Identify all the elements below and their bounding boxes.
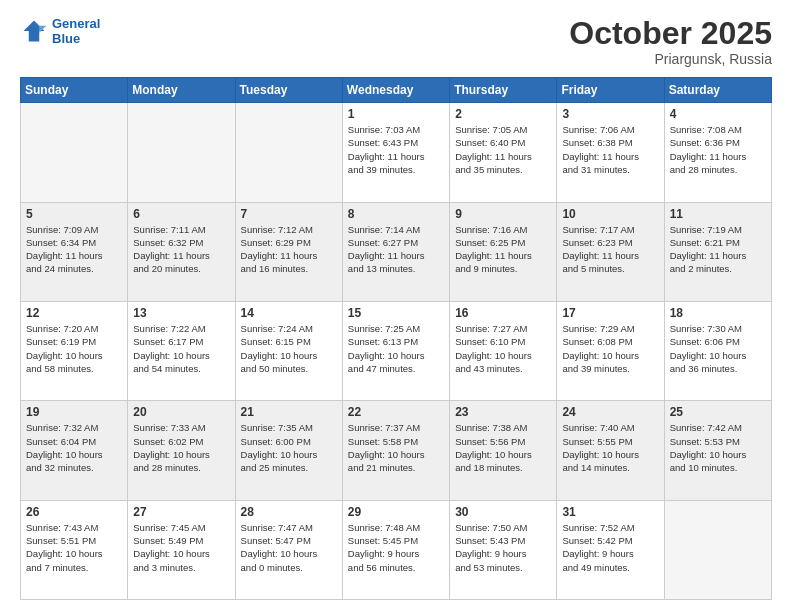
calendar-cell: 22Sunrise: 7:37 AM Sunset: 5:58 PM Dayli… (342, 401, 449, 500)
day-number: 13 (133, 306, 229, 320)
day-number: 23 (455, 405, 551, 419)
weekday-header-monday: Monday (128, 78, 235, 103)
calendar-cell: 1Sunrise: 7:03 AM Sunset: 6:43 PM Daylig… (342, 103, 449, 202)
day-number: 25 (670, 405, 766, 419)
day-info: Sunrise: 7:50 AM Sunset: 5:43 PM Dayligh… (455, 521, 551, 574)
day-info: Sunrise: 7:27 AM Sunset: 6:10 PM Dayligh… (455, 322, 551, 375)
day-info: Sunrise: 7:29 AM Sunset: 6:08 PM Dayligh… (562, 322, 658, 375)
day-number: 20 (133, 405, 229, 419)
calendar-cell: 25Sunrise: 7:42 AM Sunset: 5:53 PM Dayli… (664, 401, 771, 500)
day-number: 30 (455, 505, 551, 519)
calendar-cell: 24Sunrise: 7:40 AM Sunset: 5:55 PM Dayli… (557, 401, 664, 500)
day-info: Sunrise: 7:25 AM Sunset: 6:13 PM Dayligh… (348, 322, 444, 375)
day-info: Sunrise: 7:05 AM Sunset: 6:40 PM Dayligh… (455, 123, 551, 176)
calendar-cell: 20Sunrise: 7:33 AM Sunset: 6:02 PM Dayli… (128, 401, 235, 500)
day-info: Sunrise: 7:11 AM Sunset: 6:32 PM Dayligh… (133, 223, 229, 276)
calendar-cell: 26Sunrise: 7:43 AM Sunset: 5:51 PM Dayli… (21, 500, 128, 599)
day-number: 5 (26, 207, 122, 221)
calendar-cell: 31Sunrise: 7:52 AM Sunset: 5:42 PM Dayli… (557, 500, 664, 599)
day-info: Sunrise: 7:48 AM Sunset: 5:45 PM Dayligh… (348, 521, 444, 574)
svg-marker-1 (39, 26, 46, 33)
calendar-cell: 8Sunrise: 7:14 AM Sunset: 6:27 PM Daylig… (342, 202, 449, 301)
calendar-cell: 13Sunrise: 7:22 AM Sunset: 6:17 PM Dayli… (128, 301, 235, 400)
day-number: 4 (670, 107, 766, 121)
week-row-5: 26Sunrise: 7:43 AM Sunset: 5:51 PM Dayli… (21, 500, 772, 599)
calendar-cell: 10Sunrise: 7:17 AM Sunset: 6:23 PM Dayli… (557, 202, 664, 301)
day-info: Sunrise: 7:32 AM Sunset: 6:04 PM Dayligh… (26, 421, 122, 474)
day-info: Sunrise: 7:30 AM Sunset: 6:06 PM Dayligh… (670, 322, 766, 375)
calendar-cell: 4Sunrise: 7:08 AM Sunset: 6:36 PM Daylig… (664, 103, 771, 202)
day-info: Sunrise: 7:37 AM Sunset: 5:58 PM Dayligh… (348, 421, 444, 474)
day-number: 8 (348, 207, 444, 221)
day-info: Sunrise: 7:03 AM Sunset: 6:43 PM Dayligh… (348, 123, 444, 176)
calendar-cell (235, 103, 342, 202)
calendar-cell: 18Sunrise: 7:30 AM Sunset: 6:06 PM Dayli… (664, 301, 771, 400)
day-info: Sunrise: 7:38 AM Sunset: 5:56 PM Dayligh… (455, 421, 551, 474)
week-row-4: 19Sunrise: 7:32 AM Sunset: 6:04 PM Dayli… (21, 401, 772, 500)
calendar-cell: 27Sunrise: 7:45 AM Sunset: 5:49 PM Dayli… (128, 500, 235, 599)
svg-marker-0 (24, 21, 45, 42)
day-number: 18 (670, 306, 766, 320)
logo-icon (20, 17, 48, 45)
page: General Blue October 2025 Priargunsk, Ru… (0, 0, 792, 612)
day-number: 29 (348, 505, 444, 519)
day-number: 28 (241, 505, 337, 519)
calendar-cell: 6Sunrise: 7:11 AM Sunset: 6:32 PM Daylig… (128, 202, 235, 301)
weekday-header-tuesday: Tuesday (235, 78, 342, 103)
day-info: Sunrise: 7:19 AM Sunset: 6:21 PM Dayligh… (670, 223, 766, 276)
day-info: Sunrise: 7:17 AM Sunset: 6:23 PM Dayligh… (562, 223, 658, 276)
calendar-cell: 15Sunrise: 7:25 AM Sunset: 6:13 PM Dayli… (342, 301, 449, 400)
calendar-cell: 23Sunrise: 7:38 AM Sunset: 5:56 PM Dayli… (450, 401, 557, 500)
calendar-cell: 11Sunrise: 7:19 AM Sunset: 6:21 PM Dayli… (664, 202, 771, 301)
calendar-table: SundayMondayTuesdayWednesdayThursdayFrid… (20, 77, 772, 600)
calendar-cell: 16Sunrise: 7:27 AM Sunset: 6:10 PM Dayli… (450, 301, 557, 400)
day-number: 21 (241, 405, 337, 419)
day-number: 3 (562, 107, 658, 121)
day-info: Sunrise: 7:08 AM Sunset: 6:36 PM Dayligh… (670, 123, 766, 176)
weekday-header-saturday: Saturday (664, 78, 771, 103)
calendar-cell: 29Sunrise: 7:48 AM Sunset: 5:45 PM Dayli… (342, 500, 449, 599)
week-row-2: 5Sunrise: 7:09 AM Sunset: 6:34 PM Daylig… (21, 202, 772, 301)
header: General Blue October 2025 Priargunsk, Ru… (20, 16, 772, 67)
day-info: Sunrise: 7:33 AM Sunset: 6:02 PM Dayligh… (133, 421, 229, 474)
day-info: Sunrise: 7:45 AM Sunset: 5:49 PM Dayligh… (133, 521, 229, 574)
calendar-cell: 28Sunrise: 7:47 AM Sunset: 5:47 PM Dayli… (235, 500, 342, 599)
calendar-cell: 3Sunrise: 7:06 AM Sunset: 6:38 PM Daylig… (557, 103, 664, 202)
day-number: 10 (562, 207, 658, 221)
location-subtitle: Priargunsk, Russia (569, 51, 772, 67)
calendar-cell: 7Sunrise: 7:12 AM Sunset: 6:29 PM Daylig… (235, 202, 342, 301)
weekday-header-row: SundayMondayTuesdayWednesdayThursdayFrid… (21, 78, 772, 103)
day-number: 7 (241, 207, 337, 221)
calendar-cell: 21Sunrise: 7:35 AM Sunset: 6:00 PM Dayli… (235, 401, 342, 500)
day-info: Sunrise: 7:42 AM Sunset: 5:53 PM Dayligh… (670, 421, 766, 474)
day-number: 31 (562, 505, 658, 519)
day-number: 12 (26, 306, 122, 320)
calendar-cell: 2Sunrise: 7:05 AM Sunset: 6:40 PM Daylig… (450, 103, 557, 202)
day-number: 22 (348, 405, 444, 419)
weekday-header-sunday: Sunday (21, 78, 128, 103)
day-info: Sunrise: 7:20 AM Sunset: 6:19 PM Dayligh… (26, 322, 122, 375)
day-number: 14 (241, 306, 337, 320)
calendar-cell (664, 500, 771, 599)
day-number: 26 (26, 505, 122, 519)
day-info: Sunrise: 7:47 AM Sunset: 5:47 PM Dayligh… (241, 521, 337, 574)
calendar-cell: 12Sunrise: 7:20 AM Sunset: 6:19 PM Dayli… (21, 301, 128, 400)
calendar-cell: 14Sunrise: 7:24 AM Sunset: 6:15 PM Dayli… (235, 301, 342, 400)
calendar-cell: 5Sunrise: 7:09 AM Sunset: 6:34 PM Daylig… (21, 202, 128, 301)
day-info: Sunrise: 7:43 AM Sunset: 5:51 PM Dayligh… (26, 521, 122, 574)
day-number: 16 (455, 306, 551, 320)
day-info: Sunrise: 7:22 AM Sunset: 6:17 PM Dayligh… (133, 322, 229, 375)
day-number: 6 (133, 207, 229, 221)
calendar-cell (128, 103, 235, 202)
day-number: 24 (562, 405, 658, 419)
calendar-cell: 19Sunrise: 7:32 AM Sunset: 6:04 PM Dayli… (21, 401, 128, 500)
day-info: Sunrise: 7:52 AM Sunset: 5:42 PM Dayligh… (562, 521, 658, 574)
day-info: Sunrise: 7:09 AM Sunset: 6:34 PM Dayligh… (26, 223, 122, 276)
logo: General Blue (20, 16, 100, 46)
day-info: Sunrise: 7:06 AM Sunset: 6:38 PM Dayligh… (562, 123, 658, 176)
month-title: October 2025 (569, 16, 772, 51)
day-info: Sunrise: 7:16 AM Sunset: 6:25 PM Dayligh… (455, 223, 551, 276)
day-number: 11 (670, 207, 766, 221)
day-info: Sunrise: 7:14 AM Sunset: 6:27 PM Dayligh… (348, 223, 444, 276)
day-number: 9 (455, 207, 551, 221)
